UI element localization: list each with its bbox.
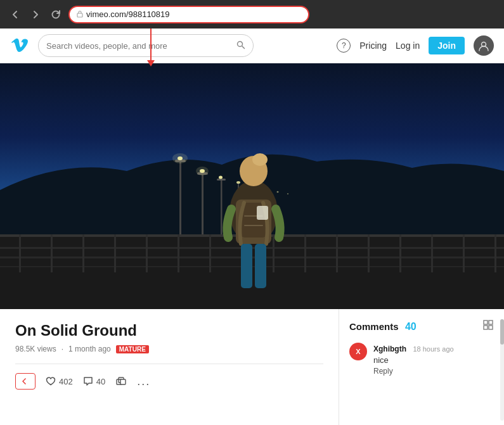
comments-scrollbar[interactable] <box>500 319 504 421</box>
svg-rect-34 <box>217 179 226 181</box>
svg-rect-25 <box>179 162 181 234</box>
security-icon <box>76 10 84 19</box>
svg-point-42 <box>287 193 288 194</box>
comments-header: Comments 40 <box>349 319 494 334</box>
svg-rect-17 <box>273 234 275 272</box>
mature-badge: MATURE <box>116 345 149 353</box>
svg-rect-24 <box>494 234 496 272</box>
expand-comments-icon[interactable] <box>482 319 494 334</box>
comment-text: nice <box>373 355 494 365</box>
pricing-link[interactable]: Pricing <box>359 41 387 51</box>
help-icon[interactable]: ? <box>337 39 351 53</box>
comments-count: 40 <box>405 321 417 332</box>
svg-rect-33 <box>221 181 223 234</box>
dot-separator: · <box>61 345 63 353</box>
svg-rect-22 <box>431 234 433 272</box>
svg-rect-10 <box>51 234 53 272</box>
comment-item: X Xghibgth 18 hours ago nice Reply <box>349 343 494 376</box>
svg-rect-19 <box>336 234 338 272</box>
comments-title-area: Comments 40 <box>349 321 417 333</box>
svg-rect-49 <box>244 225 263 226</box>
comment-count: 40 <box>96 377 105 386</box>
comment-username: Xghibgth <box>373 345 406 353</box>
svg-rect-29 <box>202 174 204 234</box>
svg-rect-60 <box>489 326 493 329</box>
svg-rect-58 <box>489 320 493 324</box>
add-icon <box>21 377 30 386</box>
svg-rect-13 <box>146 234 148 272</box>
forward-button[interactable] <box>28 7 43 22</box>
search-input[interactable] <box>46 41 231 51</box>
refresh-button[interactable] <box>48 7 63 22</box>
vimeo-logo[interactable] <box>10 35 30 56</box>
svg-rect-57 <box>484 320 488 324</box>
search-bar[interactable] <box>38 34 254 57</box>
svg-rect-20 <box>368 234 370 272</box>
comment-avatar: X <box>349 343 367 360</box>
svg-rect-12 <box>114 234 116 272</box>
svg-point-1 <box>238 41 243 46</box>
comment-meta: Xghibgth 18 hours ago <box>373 343 494 354</box>
more-button[interactable]: ... <box>137 375 150 388</box>
like-count: 402 <box>59 377 73 386</box>
svg-point-32 <box>196 167 209 175</box>
video-actions: 402 40 ... <box>15 364 323 390</box>
svg-rect-56 <box>120 379 126 384</box>
browser-chrome: vimeo.com/988110819 <box>0 0 504 29</box>
collections-button[interactable] <box>115 376 127 387</box>
post-date: 1 month ago <box>68 345 111 353</box>
comment-reply-button[interactable]: Reply <box>373 367 494 376</box>
svg-point-37 <box>236 181 240 184</box>
svg-rect-50 <box>241 244 252 288</box>
join-button[interactable]: Join <box>429 37 465 54</box>
comments-panel: Comments 40 X Xghibgth 18 hours ago nice… <box>339 309 504 425</box>
header-right: ? Pricing Log in Join <box>337 35 494 56</box>
avatar[interactable] <box>474 35 494 56</box>
comment-body: Xghibgth 18 hours ago nice Reply <box>373 343 494 376</box>
video-info: On Solid Ground 98.5K views · 1 month ag… <box>0 309 339 425</box>
site-header: ? Pricing Log in Join <box>0 29 504 63</box>
svg-point-41 <box>277 191 279 193</box>
svg-rect-59 <box>484 326 488 329</box>
back-button[interactable] <box>8 7 23 22</box>
video-meta: 98.5K views · 1 month ago MATURE <box>15 345 323 353</box>
comment-button[interactable]: 40 <box>83 376 105 386</box>
comment-time: 18 hours ago <box>413 345 453 353</box>
video-title: On Solid Ground <box>15 322 323 339</box>
like-button[interactable]: 402 <box>46 376 73 386</box>
address-bar[interactable]: vimeo.com/988110819 <box>68 6 309 23</box>
svg-marker-53 <box>22 378 26 384</box>
svg-point-45 <box>252 153 268 166</box>
svg-rect-23 <box>463 234 465 272</box>
svg-rect-18 <box>304 234 306 272</box>
add-to-button[interactable] <box>15 373 36 390</box>
login-button[interactable]: Log in <box>396 41 420 51</box>
search-icon <box>236 41 245 51</box>
svg-rect-14 <box>178 234 179 272</box>
svg-point-28 <box>172 153 188 163</box>
comment-icon <box>83 376 93 386</box>
heart-icon <box>46 376 56 386</box>
video-player[interactable] <box>0 63 504 309</box>
svg-rect-51 <box>255 244 266 288</box>
svg-rect-21 <box>399 234 401 272</box>
comments-scroll-thumb[interactable] <box>500 319 504 345</box>
svg-rect-0 <box>77 13 82 17</box>
collections-icon <box>115 376 127 387</box>
url-text: vimeo.com/988110819 <box>86 10 170 19</box>
svg-rect-15 <box>209 234 211 272</box>
svg-rect-52 <box>257 206 268 220</box>
svg-rect-11 <box>82 234 84 272</box>
svg-point-35 <box>219 176 223 179</box>
info-section: On Solid Ground 98.5K views · 1 month ag… <box>0 309 504 425</box>
svg-rect-9 <box>19 234 21 272</box>
comments-title: Comments <box>349 321 399 332</box>
view-count: 98.5K views <box>15 345 56 353</box>
